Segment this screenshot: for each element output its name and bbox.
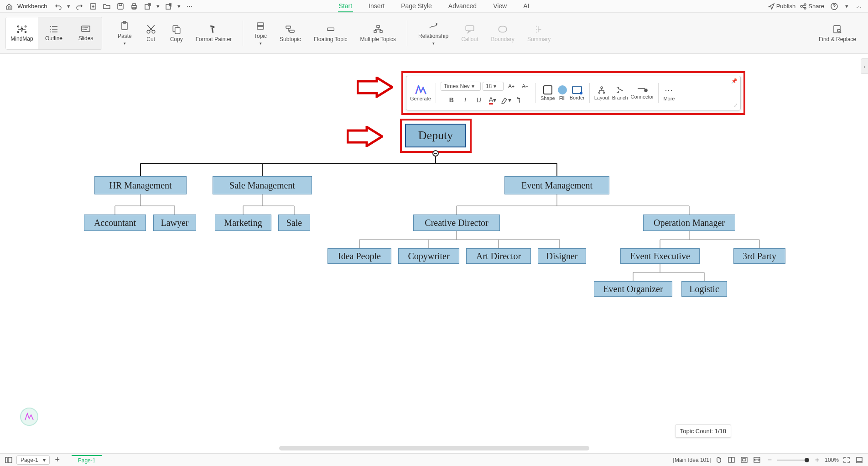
node-hr-management[interactable]: HR Management — [94, 176, 187, 194]
node-sale-management[interactable]: Sale Management — [213, 176, 312, 194]
page-tab[interactable]: Page-1 — [72, 455, 102, 465]
shape-button[interactable]: Shape — [541, 85, 555, 101]
more-button[interactable]: ⋯More — [663, 85, 675, 101]
floating-topic-button[interactable]: Floating Topic — [307, 21, 354, 45]
node-logistic[interactable]: Logistic — [681, 281, 727, 297]
home-icon[interactable] — [4, 1, 15, 12]
publish-button[interactable]: Publish — [768, 3, 796, 10]
fill-button[interactable]: Fill — [558, 85, 567, 101]
multiple-topics-button[interactable]: Multiple Topics — [354, 21, 402, 45]
quickaccess-more-icon[interactable]: ⋯ — [184, 1, 195, 12]
node-event-management[interactable]: Event Management — [504, 176, 609, 194]
find-replace-button[interactable]: Find & Replace — [812, 21, 863, 45]
pages-panel-icon[interactable] — [4, 455, 14, 465]
svg-rect-35 — [499, 26, 507, 32]
node-event-executive[interactable]: Event Executive — [620, 248, 700, 264]
help-dropdown-icon[interactable]: ▾ — [844, 1, 849, 12]
svg-point-39 — [599, 92, 600, 94]
highlight-icon[interactable]: ▾ — [500, 94, 512, 106]
node-copywriter[interactable]: Copywriter — [398, 248, 459, 264]
fullscreen-icon[interactable] — [842, 455, 852, 465]
node-operation-manager[interactable]: Operation Manager — [643, 215, 735, 231]
node-third-party[interactable]: 3rd Party — [733, 248, 785, 264]
underline-icon[interactable]: U — [473, 94, 485, 106]
boundary-button[interactable]: Boundary — [485, 21, 521, 45]
layout-button[interactable]: Layout — [594, 86, 609, 100]
minimize-icon[interactable] — [854, 455, 864, 465]
hand-tool-icon[interactable] — [713, 455, 723, 465]
connector-button[interactable]: Connector — [631, 87, 654, 99]
save-icon[interactable] — [115, 1, 126, 12]
node-idea-people[interactable]: Idea People — [327, 248, 391, 264]
tab-page-style[interactable]: Page Style — [400, 0, 433, 12]
add-page-icon[interactable]: + — [52, 455, 62, 465]
canvas[interactable]: Deputy HR Management Sale Management Eve… — [0, 54, 868, 453]
paste-button[interactable]: Paste▾ — [111, 18, 138, 48]
node-lawyer[interactable]: Lawyer — [153, 215, 196, 231]
tab-advanced[interactable]: Advanced — [447, 0, 478, 12]
view-outline[interactable]: Outline — [38, 17, 70, 49]
help-icon[interactable] — [829, 1, 840, 12]
horizontal-scrollbar[interactable] — [279, 446, 589, 450]
node-accountant[interactable]: Accountant — [84, 215, 146, 231]
open-icon[interactable] — [101, 1, 112, 12]
clear-format-icon[interactable] — [514, 94, 526, 106]
zoom-slider[interactable] — [777, 460, 809, 461]
node-creative-director[interactable]: Creative Director — [413, 215, 500, 231]
tab-view[interactable]: View — [492, 0, 508, 12]
zoom-out-icon[interactable]: − — [764, 455, 774, 465]
floating-format-toolbar: 📌 Generate Times Nev▾ 18▾ A+ A− B I U A … — [406, 76, 741, 110]
fit-width-icon[interactable] — [752, 455, 762, 465]
workbench-label[interactable]: Workbench — [17, 3, 47, 10]
node-event-organizer[interactable]: Event Organizer — [594, 281, 672, 297]
subtopic-button[interactable]: Subtopic — [273, 21, 307, 45]
decrease-font-icon[interactable]: A− — [519, 80, 531, 92]
view-mindmap[interactable]: MindMap — [6, 17, 38, 49]
node-sale[interactable]: Sale — [278, 215, 310, 231]
split-view-icon[interactable] — [726, 455, 736, 465]
new-icon[interactable] — [88, 1, 99, 12]
import-dropdown-icon[interactable]: ▾ — [177, 1, 182, 12]
import-icon[interactable] — [163, 1, 174, 12]
ai-assistant-button[interactable] — [20, 408, 38, 426]
right-panel-toggle[interactable]: ‹ — [861, 58, 868, 74]
share-button[interactable]: Share — [800, 3, 824, 10]
export-icon[interactable] — [142, 1, 153, 12]
fit-page-icon[interactable] — [739, 455, 749, 465]
bold-icon[interactable]: B — [446, 94, 457, 106]
increase-font-icon[interactable]: A+ — [505, 80, 517, 92]
format-painter-button[interactable]: Format Painter — [189, 21, 238, 45]
node-disigner[interactable]: Disigner — [538, 248, 586, 264]
tab-insert[interactable]: Insert — [368, 0, 385, 12]
tab-ai[interactable]: AI — [522, 0, 530, 12]
redo-icon[interactable] — [74, 1, 85, 12]
cut-button[interactable]: Cut — [138, 21, 164, 45]
print-icon[interactable] — [129, 1, 140, 12]
export-dropdown-icon[interactable]: ▾ — [156, 1, 161, 12]
font-family-picker[interactable]: Times Nev▾ — [441, 82, 481, 91]
node-deputy[interactable]: Deputy — [405, 124, 466, 147]
undo-icon[interactable] — [53, 1, 64, 12]
collapse-ribbon-icon[interactable]: ︿ — [853, 1, 864, 12]
pin-icon[interactable]: 📌 — [731, 78, 738, 84]
collapse-handle-icon[interactable] — [432, 150, 439, 157]
expand-icon[interactable]: ⤢ — [733, 102, 738, 108]
view-slides[interactable]: Slides — [70, 17, 102, 49]
tab-start[interactable]: Start — [338, 0, 353, 12]
summary-button[interactable]: Summary — [521, 21, 557, 45]
italic-icon[interactable]: I — [459, 94, 471, 106]
zoom-in-icon[interactable]: + — [812, 455, 822, 465]
copy-button[interactable]: Copy — [164, 21, 189, 45]
topic-button[interactable]: Topic▾ — [248, 18, 273, 48]
undo-dropdown-icon[interactable]: ▾ — [67, 1, 71, 12]
generate-button[interactable]: Generate — [410, 85, 431, 101]
font-size-picker[interactable]: 18▾ — [483, 82, 504, 91]
page-selector[interactable]: Page-1▾ — [16, 456, 50, 465]
branch-button[interactable]: Branch — [612, 86, 628, 100]
callout-button[interactable]: Callout — [455, 21, 484, 45]
relationship-button[interactable]: Relationship▾ — [412, 18, 455, 48]
node-marketing[interactable]: Marketing — [215, 215, 271, 231]
node-art-director[interactable]: Art Director — [466, 248, 531, 264]
font-color-icon[interactable]: A ▾ — [487, 94, 499, 106]
border-button[interactable]: Border — [570, 86, 585, 100]
